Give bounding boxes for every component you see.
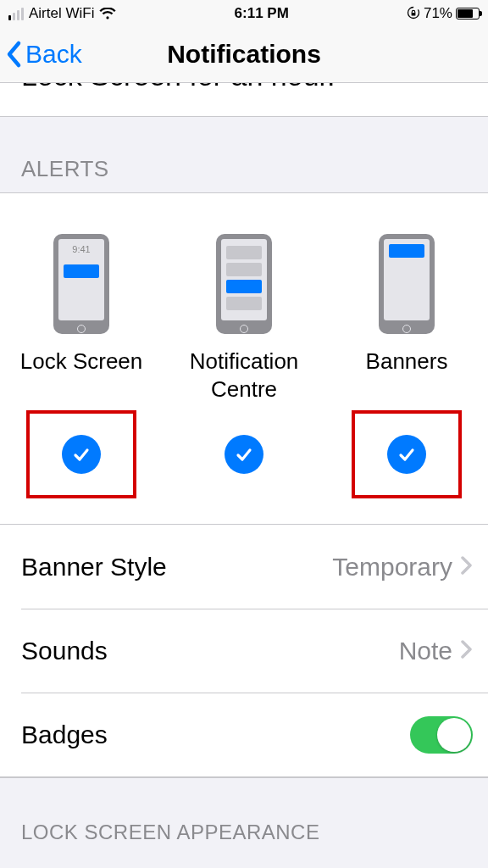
row-value-banner-style: Temporary	[332, 553, 452, 581]
checkbox-lock-screen[interactable]	[62, 435, 101, 474]
section-header-lock-screen-appearance: LOCK SCREEN APPEARANCE	[0, 778, 488, 854]
alert-label-banners: Banners	[366, 348, 448, 403]
check-icon	[234, 444, 254, 465]
alert-label-notification-centre: Notification Centre	[190, 348, 299, 403]
chevron-left-icon	[5, 40, 24, 69]
phone-preview-notification-centre	[216, 234, 272, 334]
alert-label-lock-screen: Lock Screen	[20, 348, 143, 403]
status-right: 71%	[407, 5, 480, 22]
toggle-badges[interactable]	[410, 716, 473, 754]
back-button[interactable]: Back	[0, 40, 82, 69]
chevron-right-icon	[461, 639, 473, 663]
battery-icon	[456, 8, 480, 19]
cellular-signal-icon	[8, 8, 24, 20]
status-time: 6:11 PM	[235, 5, 289, 22]
check-icon	[396, 444, 417, 465]
svg-rect-1	[412, 13, 416, 16]
row-banner-style[interactable]: Banner Style Temporary	[21, 525, 488, 609]
highlight-box-lock-screen	[26, 410, 136, 498]
wifi-icon	[99, 8, 116, 20]
check-icon	[71, 444, 92, 465]
previous-row-text: Lock Screen for an hour.	[21, 83, 488, 92]
phone-preview-banners	[379, 234, 435, 334]
navigation-bar: Back Notifications	[0, 25, 488, 83]
alerts-panel: 9:41 Lock Screen	[0, 192, 488, 778]
content-scroll[interactable]: Lock Screen for an hour. ALERTS 9:41 Loc…	[0, 83, 488, 854]
battery-percent: 71%	[424, 5, 452, 22]
row-value-sounds: Note	[399, 637, 452, 665]
carrier-label: Airtel WiFi	[29, 5, 94, 22]
status-left: Airtel WiFi	[8, 5, 116, 22]
svg-point-0	[408, 7, 419, 18]
chevron-right-icon	[461, 555, 473, 579]
highlight-box-banners	[352, 410, 462, 498]
previous-row-partial: Lock Screen for an hour.	[0, 83, 488, 117]
check-wrap-notification-centre	[189, 410, 299, 498]
back-label: Back	[25, 40, 82, 69]
checkbox-notification-centre[interactable]	[225, 435, 263, 474]
row-label-badges: Badges	[21, 721, 108, 749]
preview-clock: 9:41	[58, 244, 104, 254]
page-title: Notifications	[167, 40, 321, 69]
alert-option-banners: Banners	[325, 234, 488, 498]
row-sounds[interactable]: Sounds Note	[21, 609, 488, 693]
row-badges: Badges	[21, 693, 488, 776]
alert-option-lock-screen: 9:41 Lock Screen	[0, 234, 163, 498]
phone-preview-lock-screen: 9:41	[53, 234, 109, 334]
alert-option-notification-centre: Notification Centre	[163, 234, 325, 498]
orientation-lock-icon	[407, 6, 420, 22]
section-header-alerts: ALERTS	[0, 117, 488, 192]
row-label-banner-style: Banner Style	[21, 553, 167, 581]
row-label-sounds: Sounds	[21, 637, 108, 665]
status-bar: Airtel WiFi 6:11 PM 71%	[0, 0, 488, 25]
checkbox-banners[interactable]	[387, 435, 426, 474]
